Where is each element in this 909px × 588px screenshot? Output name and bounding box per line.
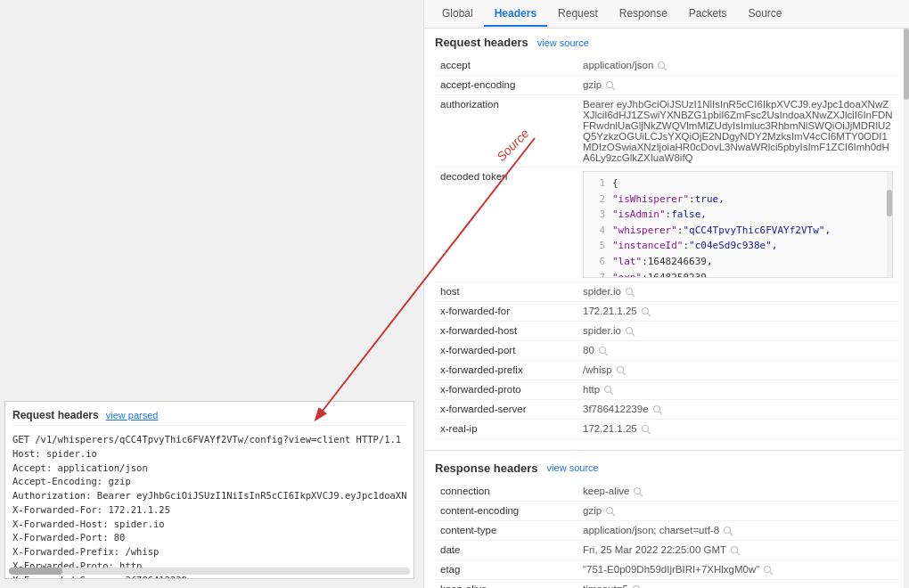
table-row: x-forwarded-protohttp: [435, 380, 898, 399]
search-icon[interactable]: [598, 346, 609, 356]
token-line: 5"instanceId": "c04eSd9c938e",: [589, 238, 887, 254]
token-line: 3"isAdmin": false,: [589, 207, 887, 223]
header-key: x-forwarded-for: [435, 301, 577, 321]
header-value: /whisp: [577, 360, 898, 380]
svg-point-0: [659, 61, 665, 68]
right-scrollbar[interactable]: [904, 29, 909, 588]
svg-point-12: [617, 366, 623, 372]
header-value: 3f786412239e: [577, 399, 898, 419]
svg-point-18: [642, 425, 648, 431]
header-key: content-encoding: [435, 501, 577, 520]
token-line: 4"whisperer": "qCC4TpvyThic6FVAYf2VTw",: [589, 223, 887, 239]
search-icon[interactable]: [723, 526, 733, 536]
svg-line-19: [648, 431, 651, 434]
table-row: content-typeapplication/json; charset=ut…: [435, 520, 898, 540]
view-parsed-link[interactable]: view parsed: [106, 410, 159, 421]
header-value: http: [577, 380, 898, 399]
header-key: etag: [435, 559, 577, 579]
token-scrollbar[interactable]: [887, 172, 892, 277]
search-icon[interactable]: [625, 326, 635, 337]
response-headers-title: Response headers: [435, 461, 538, 475]
request-headers-section: Request headers view source acceptapplic…: [424, 29, 909, 446]
response-headers-section: Response headers view source connectionk…: [424, 454, 909, 588]
header-value: gzip: [577, 75, 898, 94]
search-icon[interactable]: [605, 506, 616, 517]
search-icon[interactable]: [730, 545, 741, 556]
svg-point-8: [626, 327, 632, 333]
svg-line-5: [632, 294, 635, 297]
request-headers-header: Request headers view source: [435, 36, 898, 49]
table-row: connectionkeep-alive: [435, 482, 898, 501]
tab-headers[interactable]: Headers: [484, 2, 547, 27]
table-row: dateFri, 25 Mar 2022 22:25:00 GMT: [435, 540, 898, 559]
header-key: authorization: [435, 94, 577, 167]
table-row: x-forwarded-server3f786412239e: [435, 399, 898, 419]
header-value: gzip: [577, 501, 898, 520]
search-icon[interactable]: [641, 306, 651, 317]
left-panel-scrollbar[interactable]: [9, 568, 410, 575]
table-row: accept-encodinggzip: [435, 75, 898, 94]
token-line: 2"isWhisperer": true,: [589, 192, 887, 208]
header-key: connection: [435, 482, 577, 501]
header-key: x-forwarded-host: [435, 321, 577, 340]
header-key: x-forwarded-proto: [435, 380, 577, 399]
svg-line-27: [737, 552, 740, 555]
svg-line-11: [605, 353, 608, 355]
header-value: keep-alive: [577, 482, 898, 501]
svg-point-20: [635, 487, 641, 494]
header-value: 1{2"isWhisperer": true,3"isAdmin": false…: [577, 167, 898, 282]
header-value: Fri, 25 Mar 2022 22:25:00 GMT: [577, 540, 898, 559]
table-row: decoded token1{2"isWhisperer": true,3"is…: [435, 167, 898, 282]
decoded-token-box[interactable]: 1{2"isWhisperer": true,3"isAdmin": false…: [583, 171, 893, 278]
svg-line-3: [612, 87, 615, 90]
svg-point-14: [605, 386, 611, 392]
left-panel: Request headers view parsed GET /v1/whis…: [4, 401, 414, 579]
tabs-bar: Global Headers Request Response Packets …: [424, 0, 909, 29]
table-row: x-forwarded-for172.21.1.25: [435, 301, 898, 321]
header-key: date: [435, 540, 577, 559]
search-icon[interactable]: [632, 584, 643, 589]
content-area[interactable]: Request headers view source acceptapplic…: [424, 29, 909, 588]
tab-response[interactable]: Response: [609, 2, 678, 27]
table-row: acceptapplication/json: [435, 56, 898, 75]
header-value: spider.io: [577, 321, 898, 340]
tab-source[interactable]: Source: [738, 2, 793, 27]
view-source-link-request[interactable]: view source: [537, 37, 589, 48]
tab-global[interactable]: Global: [431, 2, 484, 27]
svg-point-16: [653, 405, 659, 412]
request-headers-title: Request headers: [435, 36, 528, 49]
left-panel-scrollbar-thumb[interactable]: [9, 568, 62, 575]
response-headers-table: connectionkeep-alivecontent-encodinggzip…: [435, 482, 898, 588]
tab-packets[interactable]: Packets: [678, 2, 738, 27]
header-value: 172.21.1.25: [577, 301, 898, 321]
svg-point-24: [725, 527, 731, 533]
search-icon[interactable]: [616, 365, 626, 376]
header-key: accept: [435, 56, 577, 75]
search-icon[interactable]: [603, 385, 614, 396]
left-panel-content: GET /v1/whisperers/qCC4TpvyThic6FVAYf2VT…: [12, 433, 406, 579]
table-row: x-forwarded-hostspider.io: [435, 321, 898, 340]
header-key: keep-alive: [435, 579, 577, 588]
svg-line-29: [770, 572, 773, 575]
search-icon[interactable]: [657, 61, 667, 71]
search-icon[interactable]: [625, 287, 635, 298]
tab-request[interactable]: Request: [547, 2, 609, 27]
search-icon[interactable]: [641, 424, 651, 435]
search-icon[interactable]: [763, 565, 774, 576]
table-row: x-forwarded-prefix/whisp: [435, 360, 898, 380]
search-icon[interactable]: [633, 486, 643, 497]
svg-line-15: [610, 392, 613, 395]
left-panel-title: Request headers: [12, 409, 99, 421]
search-icon[interactable]: [605, 80, 616, 91]
header-value: application/json; charset=utf-8: [577, 520, 898, 540]
right-scrollbar-thumb[interactable]: [904, 29, 909, 100]
header-value: "751-E0p09Dh59dIjrBIRI+7XHlxgM0w": [577, 559, 898, 579]
token-line: 7"exp": 1648250239,: [589, 270, 887, 278]
svg-point-22: [607, 507, 613, 513]
svg-line-21: [640, 494, 643, 496]
search-icon[interactable]: [652, 404, 663, 415]
table-row: etag"751-E0p09Dh59dIjrBIRI+7XHlxgM0w": [435, 559, 898, 579]
table-row: x-real-ip172.21.1.25: [435, 419, 898, 438]
view-source-link-response[interactable]: view source: [547, 462, 599, 473]
header-value: spider.io: [577, 282, 898, 301]
